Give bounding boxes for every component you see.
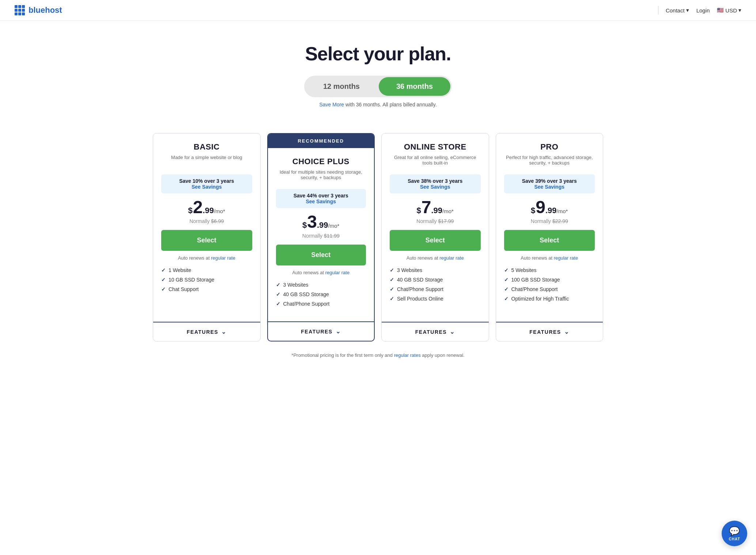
features-toggle[interactable]: FEATURES ⌄ [496, 322, 603, 341]
toggle-36-months[interactable]: 36 months [379, 77, 450, 96]
savings-percent: Save 39% over 3 years [509, 178, 591, 184]
see-savings-link[interactable]: See Savings [280, 199, 362, 204]
price-period: /mo* [442, 208, 454, 214]
contact-button[interactable]: Contact ▾ [666, 7, 689, 14]
logo-text: bluehost [29, 5, 62, 15]
price-integer: 2 [193, 199, 203, 216]
feature-item: ✓5 Websites [504, 267, 595, 273]
price-main: $ 7 .99 /mo* [417, 199, 454, 216]
regular-rates-link[interactable]: regular rates [394, 352, 421, 358]
check-icon: ✓ [161, 267, 166, 273]
nav-divider [658, 6, 658, 15]
logo-grid-icon [15, 5, 25, 15]
feature-item: ✓Optimized for High Traffic [504, 296, 595, 302]
price-row: $ 3 .99 /mo* [276, 213, 366, 231]
plan-body: CHOICE PLUS Ideal for multiple sites nee… [268, 148, 374, 321]
logo[interactable]: bluehost [15, 5, 62, 15]
features-list: ✓1 Website✓10 GB SSD Storage✓Chat Suppor… [161, 267, 252, 292]
plan-name: BASIC [161, 142, 252, 152]
price-main: $ 2 .99 /mo* [188, 199, 225, 216]
navbar: bluehost Contact ▾ Login 🇺🇸 USD ▾ [0, 0, 756, 21]
features-label: FEATURES [187, 329, 218, 335]
price-row: $ 7 .99 /mo* [390, 199, 481, 216]
footer-note: *Promotional pricing is for the first te… [232, 349, 524, 369]
plans-grid: BASIC Made for a simple website or blog … [144, 133, 612, 341]
plan-desc: Great for all online selling, eCommerce … [390, 155, 481, 168]
price-integer: 3 [307, 213, 317, 231]
feature-item: ✓40 GB SSD Storage [276, 291, 366, 297]
price-fraction: .99 [431, 206, 443, 215]
features-toggle[interactable]: FEATURES ⌄ [382, 322, 489, 341]
chevron-down-icon: ▾ [686, 7, 689, 14]
currency-selector[interactable]: 🇺🇸 USD ▾ [717, 7, 741, 14]
price-normal: Normally $11.99 [276, 233, 366, 239]
plan-name: CHOICE PLUS [276, 157, 366, 166]
plan-body: ONLINE STORE Great for all online sellin… [382, 133, 489, 322]
plan-desc: Perfect for high traffic, advanced stora… [504, 155, 595, 168]
check-icon: ✓ [504, 296, 509, 302]
features-label: FEATURES [301, 329, 332, 335]
select-button[interactable]: Select [161, 230, 252, 251]
plan-desc: Made for a simple website or blog [161, 155, 252, 168]
see-savings-link[interactable]: See Savings [509, 184, 591, 190]
price-main: $ 3 .99 /mo* [302, 213, 339, 231]
savings-box: Save 44% over 3 years See Savings [276, 189, 366, 208]
feature-item: ✓10 GB SSD Storage [161, 277, 252, 283]
feature-item: ✓Chat/Phone Support [276, 301, 366, 307]
features-list: ✓5 Websites✓100 GB SSD Storage✓Chat/Phon… [504, 267, 595, 302]
regular-rate-link[interactable]: regular rate [439, 255, 464, 261]
check-icon: ✓ [390, 286, 394, 292]
plan-body: BASIC Made for a simple website or blog … [153, 133, 260, 322]
hero-section: Select your plan. 12 months 36 months Sa… [0, 21, 756, 122]
toggle-note-suffix: with 36 months. All plans billed annuall… [344, 102, 436, 107]
features-toggle[interactable]: FEATURES ⌄ [268, 321, 374, 341]
check-icon: ✓ [504, 286, 509, 292]
price-symbol: $ [188, 206, 193, 215]
price-normal: Normally $17.99 [390, 218, 481, 224]
auto-renew: Auto renews at regular rate [504, 255, 595, 261]
price-integer: 9 [536, 199, 545, 216]
price-fraction: .99 [545, 206, 557, 215]
savings-box: Save 38% over 3 years See Savings [390, 174, 481, 193]
see-savings-link[interactable]: See Savings [394, 184, 476, 190]
price-period: /mo* [214, 208, 225, 214]
check-icon: ✓ [161, 286, 166, 292]
feature-item: ✓Chat Support [161, 286, 252, 292]
features-label: FEATURES [529, 329, 561, 335]
plan-body: PRO Perfect for high traffic, advanced s… [496, 133, 603, 322]
savings-percent: Save 10% over 3 years [166, 178, 248, 184]
chevron-down-icon: ⌄ [564, 328, 570, 335]
chevron-down-icon: ▾ [738, 7, 741, 14]
login-button[interactable]: Login [696, 7, 710, 14]
feature-item: ✓Chat/Phone Support [504, 286, 595, 292]
see-savings-link[interactable]: See Savings [166, 184, 248, 190]
check-icon: ✓ [276, 301, 280, 307]
regular-rate-link[interactable]: regular rate [325, 270, 349, 275]
features-list: ✓3 Websites✓40 GB SSD Storage✓Chat/Phone… [390, 267, 481, 302]
feature-item: ✓1 Website [161, 267, 252, 273]
plan-card-choice-plus: RECOMMENDED CHOICE PLUS Ideal for multip… [267, 133, 375, 341]
check-icon: ✓ [504, 277, 509, 283]
price-period: /mo* [328, 223, 340, 229]
price-fraction: .99 [203, 206, 214, 215]
features-toggle[interactable]: FEATURES ⌄ [153, 322, 260, 341]
auto-renew: Auto renews at regular rate [161, 255, 252, 261]
regular-rate-link[interactable]: regular rate [211, 255, 235, 261]
feature-item: ✓100 GB SSD Storage [504, 277, 595, 283]
price-main: $ 9 .99 /mo* [531, 199, 568, 216]
price-symbol: $ [417, 206, 421, 215]
price-fraction: .99 [317, 220, 328, 230]
select-button[interactable]: Select [390, 230, 481, 251]
toggle-12-months[interactable]: 12 months [306, 77, 377, 96]
feature-item: ✓40 GB SSD Storage [390, 277, 481, 283]
price-row: $ 9 .99 /mo* [504, 199, 595, 216]
plan-card-online-store: ONLINE STORE Great for all online sellin… [381, 133, 489, 341]
features-list: ✓3 Websites✓40 GB SSD Storage✓Chat/Phone… [276, 282, 366, 307]
select-button[interactable]: Select [504, 230, 595, 251]
savings-box: Save 10% over 3 years See Savings [161, 174, 252, 193]
select-button[interactable]: Select [276, 245, 366, 265]
price-period: /mo* [557, 208, 568, 214]
regular-rate-link[interactable]: regular rate [554, 255, 578, 261]
features-label: FEATURES [415, 329, 447, 335]
save-more-link[interactable]: Save More [319, 102, 344, 107]
